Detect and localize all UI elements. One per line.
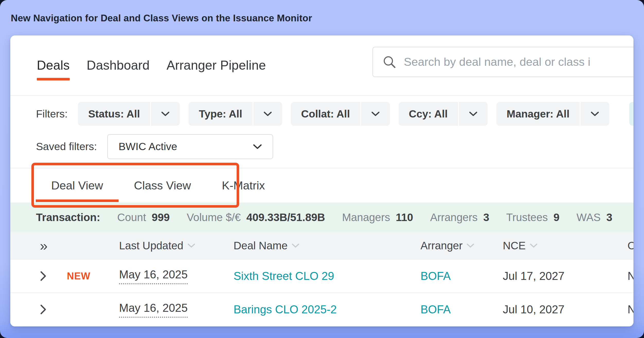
column-header-nce[interactable]: NCE	[503, 240, 624, 252]
last-updated-date[interactable]: May 16, 2025	[119, 302, 188, 318]
sort-chevron-icon	[467, 243, 474, 248]
filter-pill-manager[interactable]: Manager: All	[496, 102, 610, 126]
table-row: NEW May 16, 2025 Sixth Street CLO 29 BOF…	[10, 259, 633, 293]
saved-filters-row: Saved filters: BWIC Active	[36, 134, 273, 159]
expand-row-icon[interactable]	[40, 271, 63, 281]
chevron-down-icon[interactable]	[253, 102, 282, 126]
nav-tab-arranger-pipeline[interactable]: Arranger Pipeline	[166, 58, 266, 73]
cell-out: No	[624, 270, 633, 282]
expand-all-icon[interactable]: »	[40, 239, 63, 253]
deal-name-link[interactable]: Barings CLO 2025-2	[234, 303, 421, 316]
column-header-last-updated[interactable]: Last Updated	[119, 240, 234, 252]
column-header-deal-name[interactable]: Deal Name	[234, 240, 421, 252]
last-updated-date[interactable]: May 16, 2025	[119, 268, 188, 284]
filter-pill-status[interactable]: Status: All	[78, 102, 180, 126]
top-nav: Deals Dashboard Arranger Pipeline	[37, 35, 266, 95]
stat-arrangers-label: Arrangers	[430, 211, 477, 224]
chevron-down-icon[interactable]	[580, 102, 609, 126]
arranger-link[interactable]: BOFA	[421, 303, 503, 316]
tab-k-matrix[interactable]: K-Matrix	[207, 168, 281, 203]
stat-managers-value: 110	[396, 211, 413, 224]
stat-count-label: Count	[117, 211, 146, 224]
table-row: May 16, 2025 Barings CLO 2025-2 BOFA Jul…	[10, 293, 633, 326]
issuance-monitor-card: Deals Dashboard Arranger Pipeline Search…	[10, 35, 633, 326]
column-label: Out	[628, 240, 633, 252]
search-icon	[383, 55, 396, 69]
stat-volume-value: 409.33B/51.89B	[246, 211, 325, 224]
nav-tab-deals[interactable]: Deals	[37, 58, 70, 73]
column-header-out[interactable]: Out	[624, 240, 633, 252]
sort-chevron-icon	[292, 243, 299, 248]
table-header: » Last Updated Deal Name Arranger NCE Ou…	[10, 232, 633, 259]
filters-label: Filters:	[36, 108, 68, 120]
stat-arrangers: Arrangers 3	[430, 211, 489, 224]
column-label: Last Updated	[119, 240, 183, 252]
stat-trustees-label: Trustees	[506, 211, 548, 224]
sort-chevron-icon	[187, 243, 195, 248]
stat-trustees-value: 9	[553, 211, 559, 224]
top-nav-row: Deals Dashboard Arranger Pipeline Search…	[10, 35, 633, 95]
cell-last-updated: May 16, 2025	[119, 268, 234, 284]
cell-out: No	[624, 303, 633, 316]
view-tabs: Deal View Class View K-Matrix	[10, 168, 633, 203]
saved-filters-label: Saved filters:	[36, 141, 97, 153]
filters-row: Filters: Status: All Type: All Collat: A…	[36, 102, 618, 126]
filter-pill-collat[interactable]: Collat: All	[291, 102, 390, 126]
chevron-down-icon[interactable]	[361, 102, 390, 126]
filter-pill-manager-label: Manager: All	[496, 102, 581, 126]
chevron-down-icon[interactable]	[459, 102, 488, 126]
tab-deal-view[interactable]: Deal View	[36, 168, 119, 203]
filter-pill-collat-label: Collat: All	[291, 102, 361, 126]
stat-was-label: WAS	[576, 211, 601, 224]
filter-pill-clipped[interactable]	[629, 102, 633, 126]
sort-chevron-icon	[530, 243, 538, 248]
filter-pill-ccy[interactable]: Ccy: All	[399, 102, 488, 126]
chevron-down-icon[interactable]	[151, 102, 180, 126]
chevron-down-icon	[253, 144, 262, 149]
column-label: NCE	[503, 240, 526, 252]
stat-volume-label: Volume $/€	[187, 211, 241, 224]
stat-managers: Managers 110	[342, 211, 413, 224]
page-title: New Navigation for Deal and Class Views …	[11, 13, 312, 24]
stat-trustees: Trustees 9	[506, 211, 559, 224]
stat-volume: Volume $/€ 409.33B/51.89B	[187, 211, 325, 224]
cell-nce: Jul 10, 2027	[503, 303, 624, 316]
saved-filters-selected-value: BWIC Active	[119, 141, 177, 153]
transaction-stats-bar: Transaction: Count 999 Volume $/€ 409.33…	[10, 203, 633, 232]
saved-filters-select[interactable]: BWIC Active	[107, 134, 273, 159]
deal-name-link[interactable]: Sixth Street CLO 29	[234, 270, 421, 282]
stats-title: Transaction:	[36, 211, 100, 224]
arranger-link[interactable]: BOFA	[421, 270, 503, 282]
nav-tab-dashboard[interactable]: Dashboard	[87, 58, 150, 73]
stat-was-value: 3	[606, 211, 612, 224]
search-input[interactable]: Search by deal name, deal or class i	[372, 47, 633, 77]
expand-row-icon[interactable]	[40, 304, 63, 315]
screenshot-frame: New Navigation for Deal and Class Views …	[0, 0, 644, 338]
filter-pill-type[interactable]: Type: All	[189, 102, 282, 126]
column-label: Arranger	[421, 240, 462, 252]
stat-was: WAS 3	[576, 211, 612, 224]
column-header-arranger[interactable]: Arranger	[421, 240, 503, 252]
new-badge: NEW	[67, 271, 119, 282]
stat-arrangers-value: 3	[483, 211, 489, 224]
filters-section: Filters: Status: All Type: All Collat: A…	[10, 96, 633, 168]
cell-last-updated: May 16, 2025	[119, 302, 234, 318]
filter-pill-type-label: Type: All	[189, 102, 253, 126]
cell-nce: Jul 17, 2027	[503, 270, 624, 282]
stat-count-value: 999	[152, 211, 170, 224]
tab-class-view[interactable]: Class View	[119, 168, 207, 203]
stat-count: Count 999	[117, 211, 170, 224]
search-placeholder: Search by deal name, deal or class i	[404, 55, 590, 69]
filter-pill-status-label: Status: All	[78, 102, 151, 126]
filter-pill-ccy-label: Ccy: All	[399, 102, 459, 126]
column-label: Deal Name	[234, 240, 288, 252]
stat-managers-label: Managers	[342, 211, 390, 224]
